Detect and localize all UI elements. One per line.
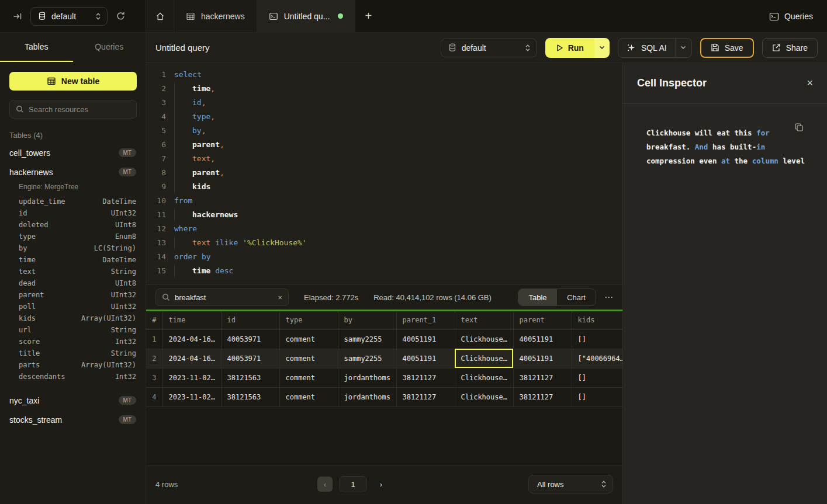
refresh-icon[interactable]	[116, 11, 126, 21]
column-header[interactable]: text	[455, 311, 513, 329]
editor-line[interactable]: 12where	[146, 222, 622, 236]
table-cell[interactable]: jordanthoms	[338, 387, 396, 406]
share-button[interactable]: Share	[762, 38, 818, 58]
column-header[interactable]: time	[162, 311, 221, 329]
table-cell[interactable]: Clickhouse…	[455, 329, 513, 349]
sidebar-item-stocks-stream[interactable]: stocks_stream MT	[0, 410, 146, 429]
table-cell[interactable]: 40051191	[513, 329, 572, 349]
table-cell[interactable]: 2024-04-16…	[162, 349, 221, 368]
new-tab-button[interactable]: +	[355, 0, 381, 32]
table-cell[interactable]: 2024-04-16…	[162, 329, 221, 349]
sql-editor[interactable]: 1select2 time,3 id,4 type,5 by,6 parent,…	[146, 63, 622, 284]
clear-search-icon[interactable]: ×	[278, 293, 282, 302]
column-header[interactable]: parent_1	[396, 311, 455, 329]
row-number-cell[interactable]: 3	[146, 368, 162, 387]
editor-line[interactable]: 9 kids	[146, 180, 622, 194]
table-cell[interactable]: 40053971	[221, 349, 279, 368]
new-table-button[interactable]: New table	[9, 72, 137, 91]
editor-line[interactable]: 3 id,	[146, 96, 622, 110]
table-cell[interactable]: Clickhouse…	[455, 387, 513, 406]
schema-column-row: descendantsInt32	[0, 371, 146, 383]
editor-line[interactable]: 8 parent,	[146, 166, 622, 180]
page-number-input[interactable]	[340, 476, 366, 492]
sidebar-item-hackernews[interactable]: hackernews MT	[0, 162, 146, 182]
tab-home[interactable]	[146, 0, 174, 32]
database-selector[interactable]: default	[30, 7, 108, 26]
table-cell[interactable]: comment	[279, 329, 338, 349]
table-cell[interactable]: 38121127	[396, 387, 455, 406]
column-header[interactable]: kids	[572, 311, 622, 329]
table-cell[interactable]: comment	[279, 387, 338, 406]
page-size-selector[interactable]: All rows	[528, 475, 613, 493]
editor-line[interactable]: 10from	[146, 194, 622, 208]
table-cell[interactable]: Clickhouse…	[455, 368, 513, 387]
table-cell[interactable]: comment	[279, 368, 338, 387]
table-cell[interactable]: sammy2255	[338, 349, 396, 368]
sidebar-item-cell-towers[interactable]: cell_towers MT	[0, 143, 146, 162]
search-resources-input[interactable]	[29, 105, 130, 114]
table-cell[interactable]: 38121127	[513, 368, 572, 387]
save-button[interactable]: Save	[700, 38, 754, 58]
table-cell[interactable]: ["40066964…	[572, 349, 622, 368]
row-number-cell[interactable]: 2	[146, 349, 162, 368]
query-database-selector[interactable]: default	[441, 39, 537, 57]
table-cell[interactable]: 38121127	[513, 387, 572, 406]
editor-line[interactable]: 14order by	[146, 250, 622, 264]
editor-line[interactable]: 7 text,	[146, 152, 622, 166]
table-cell[interactable]: comment	[279, 349, 338, 368]
table-cell[interactable]: []	[572, 329, 622, 349]
editor-line[interactable]: 1select	[146, 68, 622, 82]
table-cell[interactable]: 2023-11-02…	[162, 368, 221, 387]
collapse-sidebar-icon[interactable]	[13, 12, 22, 21]
table-cell[interactable]: 38121563	[221, 387, 279, 406]
sidebar-tab-tables[interactable]: Tables	[0, 33, 73, 62]
editor-line[interactable]: 6 parent,	[146, 138, 622, 152]
more-options-icon[interactable]: ⋯	[604, 292, 613, 303]
editor-line[interactable]: 4 type,	[146, 110, 622, 124]
table-cell[interactable]: 38121127	[396, 368, 455, 387]
column-header[interactable]: #	[146, 311, 162, 329]
editor-line[interactable]: 13 text ilike '%ClickHouse%'	[146, 236, 622, 250]
results-search-input[interactable]	[175, 293, 273, 302]
sidebar-tab-queries[interactable]: Queries	[73, 33, 146, 62]
table-cell[interactable]: 40051191	[396, 329, 455, 349]
editor-line[interactable]: 2 time,	[146, 82, 622, 96]
close-icon[interactable]: ×	[807, 77, 813, 89]
column-header[interactable]: by	[338, 311, 396, 329]
copy-icon[interactable]	[794, 123, 804, 132]
column-header[interactable]: id	[221, 311, 279, 329]
view-tab-chart[interactable]: Chart	[557, 289, 596, 305]
table-cell[interactable]: []	[572, 387, 622, 406]
next-page-button[interactable]: ›	[373, 477, 389, 492]
schema-column-type: Int32	[115, 338, 136, 346]
previous-page-button[interactable]: ‹	[317, 477, 333, 492]
table-cell[interactable]: jordanthoms	[338, 368, 396, 387]
run-options-button[interactable]	[594, 38, 610, 58]
table-cell[interactable]: 40051191	[396, 349, 455, 368]
editor-line[interactable]: 11 hackernews	[146, 208, 622, 222]
queries-button[interactable]: Queries	[769, 0, 813, 33]
sql-ai-button[interactable]: SQL AI	[618, 43, 675, 53]
run-button[interactable]: Run	[545, 38, 594, 58]
table-cell[interactable]: 40051191	[513, 349, 572, 368]
schema-column-row: deadUInt8	[0, 277, 146, 289]
row-number-cell[interactable]: 1	[146, 329, 162, 349]
view-tab-table[interactable]: Table	[518, 289, 557, 305]
tab-untitled-query[interactable]: Untitled qu...	[257, 0, 356, 32]
column-header[interactable]: type	[279, 311, 338, 329]
editor-line[interactable]: 15 time desc	[146, 264, 622, 278]
schema-column-row: urlString	[0, 324, 146, 336]
table-cell[interactable]: 40053971	[221, 329, 279, 349]
table-cell[interactable]: []	[572, 368, 622, 387]
sidebar-item-nyc-taxi[interactable]: nyc_taxi MT	[0, 391, 146, 410]
sql-ai-options-button[interactable]	[675, 39, 691, 57]
table-cell[interactable]: sammy2255	[338, 329, 396, 349]
table-cell[interactable]: Clickhouse…	[455, 349, 513, 368]
table-cell[interactable]: 38121563	[221, 368, 279, 387]
table-cell[interactable]: 2023-11-02…	[162, 387, 221, 406]
tab-hackernews[interactable]: hackernews	[174, 0, 257, 32]
column-header[interactable]: parent	[513, 311, 572, 329]
row-number-cell[interactable]: 4	[146, 387, 162, 406]
editor-line[interactable]: 5 by,	[146, 124, 622, 138]
line-number: 7	[151, 152, 166, 166]
